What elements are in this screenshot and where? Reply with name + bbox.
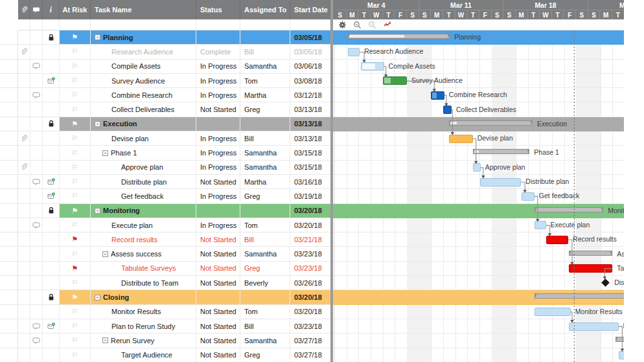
- task-name-cell[interactable]: Distribute plan: [91, 175, 196, 188]
- at-risk-cell[interactable]: ⚐: [60, 146, 91, 159]
- at-risk-cell[interactable]: ⚐: [60, 334, 91, 347]
- gantt-bar-record-results[interactable]: [546, 236, 568, 244]
- task-name-cell[interactable]: Plan to Rerun Study: [91, 319, 196, 333]
- status-cell[interactable]: In Progress: [196, 74, 240, 87]
- at-risk-cell[interactable]: ⚑: [60, 262, 91, 275]
- table-row[interactable]: ⚐-Phase 1In ProgressSamantha03/15/18: [0, 146, 330, 160]
- at-risk-cell[interactable]: ⚑: [60, 232, 91, 246]
- status-cell[interactable]: Not Started: [196, 348, 240, 362]
- risk-flag-icon[interactable]: ⚑: [72, 265, 78, 272]
- status-cell[interactable]: Not Started: [196, 103, 240, 117]
- task-name-cell[interactable]: -Assess success: [91, 247, 196, 261]
- collapse-toggle[interactable]: -: [102, 251, 108, 257]
- table-row[interactable]: ⚑Tabulate SurveysNot StartedGreg03/23/18: [0, 262, 330, 276]
- at-risk-cell[interactable]: ⚐: [60, 175, 91, 188]
- table-header-assigned-to[interactable]: Assigned To: [240, 0, 290, 19]
- risk-flag-icon[interactable]: ⚑: [72, 236, 78, 243]
- info-cell[interactable]: [43, 290, 60, 304]
- flag-icon[interactable]: ⚐: [72, 135, 78, 142]
- info-cell[interactable]: [43, 117, 60, 131]
- task-name-cell[interactable]: Compile Assets: [91, 60, 196, 73]
- task-name-cell[interactable]: -Closing: [91, 290, 196, 304]
- toolbar-gear-icon[interactable]: [338, 21, 347, 29]
- comment-cell[interactable]: [30, 175, 43, 188]
- table-header-start-date[interactable]: Start Date: [290, 0, 330, 19]
- table-row[interactable]: ⚐Plan to Rerun StudyNot StartedBill03/23…: [0, 319, 330, 334]
- assigned-to-cell[interactable]: [240, 290, 290, 304]
- start-date-cell[interactable]: 03/27/18: [290, 334, 330, 347]
- flag-icon[interactable]: ⚐: [72, 251, 78, 258]
- start-date-cell[interactable]: 03/13/18: [290, 117, 330, 131]
- gantt-summary-bar[interactable]: [569, 251, 612, 256]
- task-name-cell[interactable]: Research Audience: [91, 45, 196, 58]
- flag-icon[interactable]: ⚑: [72, 294, 78, 301]
- status-cell[interactable]: Not Started: [196, 334, 240, 347]
- collapse-toggle[interactable]: -: [95, 295, 100, 300]
- status-cell[interactable]: Not Started: [196, 262, 240, 275]
- task-name-cell[interactable]: -Planning: [91, 30, 196, 44]
- start-date-cell[interactable]: 03/19/18: [290, 189, 330, 203]
- start-date-cell[interactable]: 03/08/18: [290, 74, 330, 87]
- status-cell[interactable]: In Progress: [196, 60, 240, 73]
- status-cell[interactable]: Not Started: [196, 276, 240, 289]
- table-header-at-risk[interactable]: At Risk: [60, 0, 91, 19]
- attachment-cell[interactable]: [18, 45, 30, 58]
- status-cell[interactable]: In Progress: [196, 88, 240, 102]
- table-row[interactable]: ⚐Survey AudienceIn ProgressTom03/08/18: [0, 74, 330, 88]
- flag-icon[interactable]: ⚑: [72, 207, 78, 214]
- assigned-to-cell[interactable]: Greg: [240, 262, 290, 275]
- toolbar-zoom-out-icon[interactable]: [353, 21, 362, 29]
- table-header-info[interactable]: i: [43, 0, 60, 19]
- flag-icon[interactable]: ⚐: [72, 164, 78, 171]
- at-risk-cell[interactable]: ⚑: [60, 290, 91, 304]
- task-name-cell[interactable]: Target Audience: [91, 348, 196, 362]
- status-cell[interactable]: In Progress: [196, 189, 240, 203]
- task-name-cell[interactable]: Collect Deliverables: [91, 103, 196, 117]
- comment-cell[interactable]: [30, 218, 43, 232]
- status-cell[interactable]: Not Started: [196, 305, 240, 319]
- task-name-cell[interactable]: Approve plan: [91, 161, 196, 174]
- start-date-cell[interactable]: 03/23/18: [290, 247, 330, 261]
- flag-icon[interactable]: ⚐: [72, 91, 78, 98]
- collapse-toggle[interactable]: -: [102, 150, 108, 156]
- gantt-bar-tabulate-surveys[interactable]: [569, 264, 612, 273]
- start-date-cell[interactable]: 03/05/18: [290, 45, 330, 58]
- at-risk-cell[interactable]: ⚑: [60, 204, 91, 218]
- flag-icon[interactable]: ⚐: [72, 192, 78, 199]
- start-date-cell[interactable]: 03/13/18: [290, 103, 330, 117]
- status-cell[interactable]: In Progress: [196, 161, 240, 174]
- task-name-cell[interactable]: -Execution: [91, 117, 196, 131]
- flag-icon[interactable]: ⚐: [72, 279, 78, 286]
- task-name-cell[interactable]: Tabulate Surveys: [91, 262, 196, 275]
- flag-icon[interactable]: ⚐: [72, 178, 78, 185]
- start-date-cell[interactable]: 03/20/18: [290, 204, 330, 218]
- flag-icon[interactable]: ⚐: [72, 106, 78, 113]
- at-risk-cell[interactable]: ⚑: [60, 117, 91, 131]
- gantt-summary-bar[interactable]: [615, 337, 624, 342]
- table-row[interactable]: ⚐-Rerun SurveyNot StartedSamantha03/27/1…: [0, 334, 330, 348]
- at-risk-cell[interactable]: ⚐: [60, 103, 91, 117]
- at-risk-cell[interactable]: ⚐: [60, 60, 91, 73]
- table-header-comment[interactable]: [30, 0, 43, 19]
- table-row[interactable]: ⚐Collect DeliverablesNot StartedGreg03/1…: [0, 103, 330, 117]
- gantt-bar-get-feedback[interactable]: [522, 192, 535, 201]
- gantt-bar-monitor-results[interactable]: [535, 308, 571, 316]
- info-cell[interactable]: [43, 319, 60, 333]
- task-name-cell[interactable]: Combine Research: [91, 88, 196, 102]
- start-date-cell[interactable]: 03/23/18: [290, 262, 330, 275]
- status-cell[interactable]: [196, 204, 240, 218]
- status-cell[interactable]: In Progress: [196, 218, 240, 232]
- flag-icon[interactable]: ⚐: [72, 352, 78, 359]
- at-risk-cell[interactable]: ⚐: [60, 131, 91, 145]
- at-risk-cell[interactable]: ⚐: [60, 319, 91, 333]
- collapse-toggle[interactable]: -: [102, 337, 108, 343]
- info-cell[interactable]: [43, 204, 60, 218]
- info-cell[interactable]: [43, 74, 60, 87]
- table-row[interactable]: ⚑Record resultsNot StartedBill03/21/18: [0, 232, 330, 247]
- flag-icon[interactable]: ⚐: [72, 48, 78, 55]
- gantt-bar-combine-research[interactable]: [431, 91, 444, 100]
- gantt-bar-distribute-plan[interactable]: [480, 178, 521, 187]
- status-cell[interactable]: Not Started: [196, 319, 240, 333]
- assigned-to-cell[interactable]: [240, 204, 290, 218]
- flag-icon[interactable]: ⚐: [72, 77, 78, 84]
